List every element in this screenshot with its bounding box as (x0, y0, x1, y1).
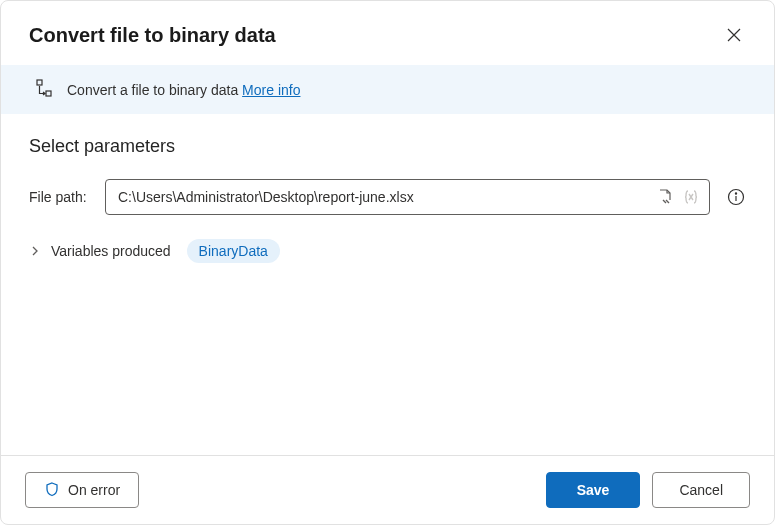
variable-chip-binarydata[interactable]: BinaryData (187, 239, 280, 263)
footer-actions: Save Cancel (546, 472, 750, 508)
more-info-link[interactable]: More info (242, 82, 300, 98)
dialog: Convert file to binary data Convert a fi… (0, 0, 775, 525)
info-banner: Convert a file to binary data More info (1, 65, 774, 114)
file-path-info-button[interactable] (726, 187, 746, 207)
file-picker-button[interactable] (655, 187, 675, 207)
variable-icon (682, 188, 700, 206)
variables-produced-row: Variables produced BinaryData (29, 239, 746, 263)
file-path-row: File path: (29, 179, 746, 215)
banner-text-wrap: Convert a file to binary data More info (67, 82, 300, 98)
file-path-input-wrapper (105, 179, 710, 215)
file-icon (656, 188, 674, 206)
variable-picker-button[interactable] (681, 187, 701, 207)
svg-point-3 (735, 193, 736, 194)
save-button[interactable]: Save (546, 472, 641, 508)
close-button[interactable] (718, 19, 750, 51)
close-icon (727, 28, 741, 42)
dialog-title: Convert file to binary data (29, 24, 276, 47)
file-path-input[interactable] (118, 189, 649, 205)
file-path-label: File path: (29, 189, 93, 205)
info-icon (727, 188, 745, 206)
shield-icon (44, 481, 60, 500)
banner-text: Convert a file to binary data (67, 82, 242, 98)
section-heading: Select parameters (29, 136, 746, 157)
on-error-label: On error (68, 482, 120, 498)
dialog-header: Convert file to binary data (1, 1, 774, 65)
convert-icon (35, 79, 53, 100)
svg-rect-0 (37, 80, 42, 85)
on-error-button[interactable]: On error (25, 472, 139, 508)
svg-rect-1 (46, 91, 51, 96)
chevron-right-icon (29, 245, 41, 257)
cancel-button[interactable]: Cancel (652, 472, 750, 508)
dialog-footer: On error Save Cancel (1, 455, 774, 524)
variables-produced-label[interactable]: Variables produced (51, 243, 171, 259)
content-area: Select parameters File path: (1, 114, 774, 455)
variables-expand-toggle[interactable] (29, 245, 41, 257)
